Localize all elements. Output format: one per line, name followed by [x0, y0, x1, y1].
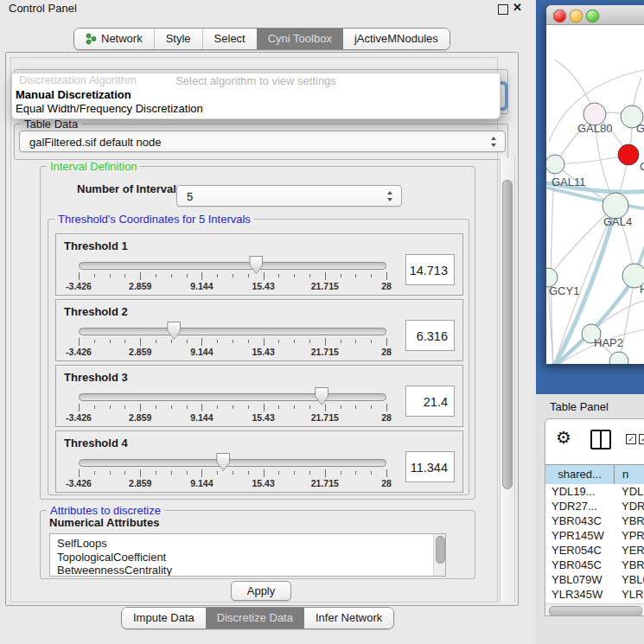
- tab-cyni-toolbox[interactable]: Cyni Toolbox: [257, 29, 343, 49]
- traffic-light-close-icon[interactable]: [553, 10, 566, 22]
- tab-discretize-data[interactable]: Discretize Data: [206, 608, 304, 628]
- network-node-selected[interactable]: [618, 144, 639, 165]
- cell: YDL1: [614, 484, 644, 499]
- cell: YER0: [614, 543, 644, 558]
- table-row[interactable]: YER054CYER0: [545, 543, 644, 558]
- tab-label: Discretize Data: [217, 608, 293, 628]
- close-icon[interactable]: ✕: [513, 1, 522, 14]
- threshold-slider[interactable]: -3.4262.8599.14415.4321.71528: [79, 366, 386, 426]
- slider-ticks: [79, 338, 386, 347]
- network-canvas[interactable]: GAL80 GA GAL11 C GAL4 GCY1 H HAP2: [546, 25, 644, 364]
- group-title: Threshold's Coordinates for 5 Intervals: [54, 213, 254, 226]
- checkbox-icon[interactable]: ✓: [626, 434, 636, 444]
- node-label: GAL11: [552, 175, 586, 188]
- group-title: Interval Definition: [47, 160, 140, 173]
- slider-track[interactable]: [79, 393, 386, 401]
- slider-ticks: [79, 469, 386, 478]
- tab-select[interactable]: Select: [202, 29, 257, 49]
- slider-handle[interactable]: [216, 453, 230, 471]
- table-row[interactable]: YBR045CYBR0: [545, 558, 644, 572]
- traffic-light-zoom-icon[interactable]: [586, 10, 599, 22]
- slider-handle[interactable]: [167, 322, 181, 340]
- slider-tick-labels: -3.4262.8599.14415.4321.71528: [79, 281, 386, 292]
- tab-label: Cyni Toolbox: [268, 29, 332, 49]
- tab-network[interactable]: Network: [74, 29, 154, 49]
- traffic-light-minimize-icon[interactable]: [570, 10, 583, 22]
- list-item[interactable]: TopologicalCoefficient: [50, 551, 445, 564]
- window-titlebar[interactable]: [546, 5, 644, 25]
- list-item[interactable]: BetweennessCentrality: [50, 564, 445, 577]
- tab-jactivemnodules[interactable]: jActiveMNodules: [343, 29, 450, 49]
- dropdown-option[interactable]: Equal Width/Frequency Discretization: [16, 102, 496, 116]
- slider-track[interactable]: [79, 459, 386, 467]
- cell: YBR043C: [545, 513, 614, 528]
- cell: YDR2: [614, 499, 644, 513]
- split-panel-icon[interactable]: [590, 430, 611, 450]
- table-row[interactable]: YLR345WYLR3: [545, 587, 644, 602]
- table-row[interactable]: YBR043CYBR0: [545, 513, 644, 528]
- gear-icon[interactable]: ⚙: [556, 427, 571, 448]
- table-rows: YDL19...YDL1 YDR27...YDR2 YBR043CYBR0 YP…: [545, 484, 644, 616]
- attributes-list[interactable]: SelfLoops TopologicalCoefficient Between…: [49, 533, 446, 577]
- threshold-value-field[interactable]: 14.713: [405, 254, 455, 285]
- threshold-block: Threshold 2 -3.4262.8599.14415.4321.7152…: [55, 299, 463, 361]
- network-graph: GAL80 GA GAL11 C GAL4 GCY1 H HAP2: [546, 25, 644, 364]
- cell: YER054C: [545, 543, 614, 558]
- node-label: GCY1: [549, 284, 579, 297]
- tab-label: Select: [214, 29, 245, 49]
- main-tabbar: Network Style Select Cyni Toolbox jActiv…: [73, 28, 450, 50]
- network-window[interactable]: GAL80 GA GAL11 C GAL4 GCY1 H HAP2: [546, 5, 644, 364]
- scrollbar-thumb[interactable]: [436, 536, 445, 564]
- table-container: ⚙ ✓ ✓ shared... n YDL19...YDL1 YDR27...Y…: [545, 418, 644, 616]
- threshold-value-field[interactable]: 21.4: [405, 386, 455, 417]
- cell: YBR045C: [545, 558, 614, 572]
- network-icon: [86, 33, 97, 45]
- tab-impute-data[interactable]: Impute Data: [122, 608, 206, 628]
- table-data-combo[interactable]: galFiltered.sif default node: [19, 131, 506, 152]
- cell: YDL19...: [545, 484, 614, 499]
- panel-title: Control Panel: [9, 2, 77, 15]
- scrollbar-thumb[interactable]: [549, 606, 642, 616]
- dropdown-option[interactable]: Manual Discretization: [16, 88, 496, 102]
- threshold-slider[interactable]: -3.4262.8599.14415.4321.71528: [79, 431, 386, 492]
- network-node[interactable]: [609, 352, 628, 364]
- column-header-name[interactable]: n: [615, 465, 644, 485]
- network-node[interactable]: [546, 155, 564, 174]
- checkbox-icon[interactable]: ✓: [639, 434, 644, 444]
- threshold-value-field[interactable]: 11.344: [405, 451, 455, 482]
- list-scrollbar[interactable]: [433, 534, 445, 576]
- apply-button[interactable]: Apply: [231, 581, 291, 601]
- tab-label: jActiveMNodules: [354, 29, 438, 49]
- cell: YBR0: [614, 558, 644, 572]
- table-row[interactable]: YPR145WYPR1: [545, 528, 644, 543]
- column-header-shared[interactable]: shared...: [545, 465, 615, 485]
- slider-handle[interactable]: [249, 256, 263, 274]
- float-window-icon[interactable]: [498, 4, 508, 15]
- node-label: H: [640, 283, 644, 296]
- slider-tick-labels: -3.4262.8599.14415.4321.71528: [79, 347, 386, 358]
- vertical-scrollbar[interactable]: [500, 158, 515, 603]
- scrollbar-thumb[interactable]: [502, 180, 513, 489]
- tab-infer-network[interactable]: Infer Network: [304, 608, 393, 628]
- cell: YBL079W: [545, 572, 614, 587]
- table-row[interactable]: YDL19...YDL1: [545, 484, 644, 499]
- threshold-block: Threshold 1 -3.4262.8599.14415.4321.7152…: [55, 233, 463, 296]
- cell: YLR3: [614, 587, 644, 602]
- tab-style[interactable]: Style: [154, 29, 202, 49]
- table-row[interactable]: YDR27...YDR2: [545, 499, 644, 513]
- number-of-intervals-combo[interactable]: 5: [176, 185, 402, 207]
- threshold-slider[interactable]: -3.4262.8599.14415.4321.71528: [79, 300, 386, 360]
- threshold-slider[interactable]: -3.4262.8599.14415.4321.71528: [79, 234, 386, 295]
- slider-track[interactable]: [79, 262, 386, 270]
- cell: YBL0: [614, 572, 644, 587]
- slider-handle[interactable]: [315, 387, 328, 405]
- group-title: Table Data: [21, 118, 81, 131]
- threshold-value-field[interactable]: 6.316: [405, 320, 455, 351]
- node-label: GAL4: [603, 215, 632, 228]
- horizontal-scrollbar[interactable]: [545, 603, 644, 616]
- discretization-algorithm-title: Discretization Algorithm: [19, 73, 137, 86]
- table-row[interactable]: YBL079WYBL0: [545, 572, 644, 587]
- slider-track[interactable]: [79, 328, 386, 335]
- list-item[interactable]: SelfLoops: [50, 534, 445, 551]
- threshold-block: Threshold 4 -3.4262.8599.14415.4321.7152…: [55, 430, 463, 493]
